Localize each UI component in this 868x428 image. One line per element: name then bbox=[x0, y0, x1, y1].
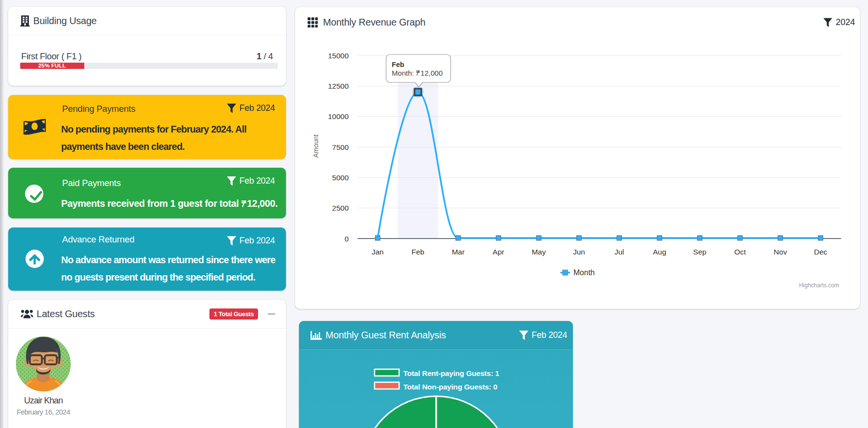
svg-text:Jun: Jun bbox=[573, 248, 585, 256]
svg-text:Jan: Jan bbox=[372, 248, 384, 256]
svg-text:5000: 5000 bbox=[332, 174, 349, 182]
svg-text:Feb: Feb bbox=[412, 248, 425, 256]
svg-text:Sep: Sep bbox=[693, 248, 707, 256]
svg-text:0: 0 bbox=[345, 235, 349, 243]
svg-text:Jul: Jul bbox=[614, 248, 624, 256]
svg-text:2500: 2500 bbox=[332, 204, 349, 212]
svg-text:Total Rent-paying Guests: 1: Total Rent-paying Guests: 1 bbox=[403, 369, 500, 377]
svg-text:Nov: Nov bbox=[774, 248, 787, 256]
svg-text:Dec: Dec bbox=[814, 248, 828, 256]
svg-text:May: May bbox=[531, 248, 546, 256]
svg-text:Oct: Oct bbox=[734, 248, 746, 256]
svg-text:Aug: Aug bbox=[653, 248, 666, 256]
svg-text:12,000: 12,000 bbox=[421, 69, 443, 77]
svg-text:Amount: Amount bbox=[312, 134, 320, 158]
svg-text:10000: 10000 bbox=[328, 112, 349, 120]
svg-text:Mar: Mar bbox=[452, 248, 465, 256]
svg-text:Apr: Apr bbox=[492, 248, 504, 256]
svg-text:Month: Month bbox=[573, 268, 595, 277]
svg-text:7500: 7500 bbox=[332, 143, 349, 151]
svg-text:Feb: Feb bbox=[392, 61, 404, 68]
svg-text:Highcharts.com: Highcharts.com bbox=[799, 282, 839, 289]
svg-text:15000: 15000 bbox=[328, 52, 349, 60]
svg-text:Month:: Month: bbox=[392, 69, 414, 77]
svg-text:12500: 12500 bbox=[328, 82, 349, 90]
svg-text:Total Non-paying Guests: 0: Total Non-paying Guests: 0 bbox=[403, 383, 497, 391]
